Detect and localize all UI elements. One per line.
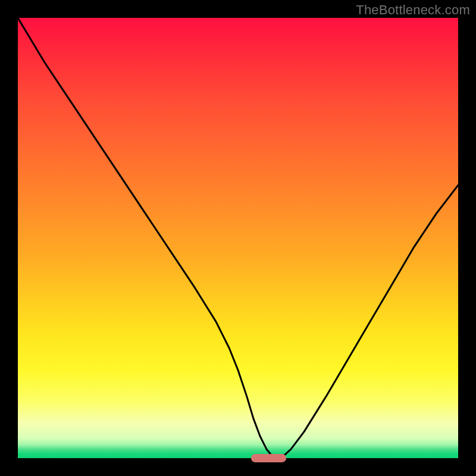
bottleneck-curve — [18, 18, 458, 458]
attribution-text: TheBottleneck.com — [356, 2, 470, 18]
optimal-range-marker — [251, 454, 286, 462]
curve-layer — [18, 18, 458, 458]
plot-area — [18, 18, 458, 458]
chart-frame: TheBottleneck.com — [0, 0, 476, 476]
